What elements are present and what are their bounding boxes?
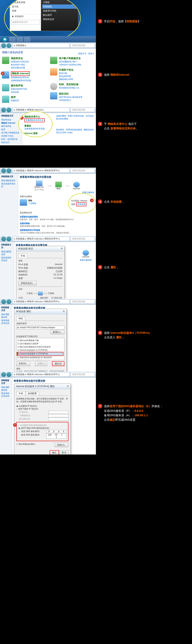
forward-button[interactable] xyxy=(6,108,11,112)
advanced-button[interactable]: 高级(V)... xyxy=(55,443,68,447)
link[interactable]: 管理浏览器加载项 xyxy=(66,128,82,131)
breadcrumb[interactable]: ▸ 控制面板 ▸ 网络和 Internet ▸ xyxy=(12,108,70,112)
search-input[interactable]: 搜索控制面板 xyxy=(71,237,95,241)
search-input[interactable]: 搜索控制面板 xyxy=(71,108,95,112)
sidebar-item[interactable]: 更改适配器设置 xyxy=(1,179,17,182)
list-item[interactable]: 链路层拓扑发现映射器 I/O 驱动程序 xyxy=(17,356,63,359)
close-icon[interactable]: ✕ xyxy=(63,310,65,313)
cp-item-programs[interactable]: 程序卸载程序 xyxy=(2,96,46,103)
protocol-list[interactable]: Microsoft 网络客户端 QoS 数据包计划程序 Microsoft 网络… xyxy=(16,338,64,360)
link-homegroup[interactable]: 家庭组 xyxy=(24,124,50,127)
list-item[interactable]: 链路层拓扑发现响应程序 xyxy=(17,359,63,360)
list-item[interactable]: Microsoft 网络的文件和打印机共享 xyxy=(17,346,63,348)
list-item[interactable]: QoS 数据包计划程序 xyxy=(17,342,63,346)
link[interactable]: 连接到网络 xyxy=(56,115,66,117)
search-input[interactable]: 搜索控制面板 xyxy=(71,372,95,376)
sidebar-item[interactable]: 更改高级共享设置 xyxy=(1,182,17,188)
menu-item[interactable]: 恢复桌面连接 xyxy=(11,0,40,4)
config-button[interactable]: 配置(C)... xyxy=(51,330,64,334)
radio-manual-dns[interactable]: 使用下面的 DNS 服务器地址(E): xyxy=(18,427,66,430)
close-icon[interactable]: ✕ xyxy=(67,385,69,388)
tab-general[interactable]: 常规 xyxy=(18,254,27,258)
search-input[interactable]: 搜索控制面板 xyxy=(71,43,95,48)
sidebar-item[interactable]: 系统和安全 xyxy=(1,118,21,122)
cp-item-users[interactable]: 用户帐户和家庭安全添加或删除用户帐户为所有用户设置家长控制 xyxy=(50,57,94,66)
search-input[interactable]: 搜索控制面板 xyxy=(71,300,95,304)
link-network-center[interactable]: 网络和共享中心 xyxy=(24,115,50,118)
tab-network[interactable]: 网络 xyxy=(16,316,25,321)
back-button[interactable] xyxy=(1,43,6,48)
cp-item-ease[interactable]: 轻松访问使用 Windows 建议的设置优化视觉显示 xyxy=(50,92,94,102)
taskbar-ie-icon[interactable] xyxy=(9,37,16,42)
breadcrumb[interactable]: ▸ 控制面板 ▸ 网络和 Internet ▸ 网络和共享中心 xyxy=(12,168,70,173)
radio-auto-dns[interactable]: 自动获得 DNS 服务器地址(B) xyxy=(18,424,66,427)
list-item[interactable]: Microsoft 网络客户端 xyxy=(17,339,63,342)
dns2-input[interactable]: 168 . 95 . 1 . 1 xyxy=(46,434,66,439)
close-icon[interactable]: ✕ xyxy=(61,247,63,250)
menu-item-control-panel[interactable]: 控制面板 1 xyxy=(42,4,77,9)
cp-item-network[interactable]: 2 网络和 Internet查看网络状态和任务选择家庭组和共享选项 xyxy=(2,71,46,82)
cp-item-system[interactable]: 系统和安全查看您的计算机状态备份您的计算机查找并解决问题 xyxy=(2,57,46,69)
menu-item[interactable]: 纸牌 xyxy=(11,9,40,13)
details-button[interactable]: 详细信息(E)... xyxy=(18,281,37,285)
back-button[interactable] xyxy=(1,236,6,241)
link-ie-options[interactable]: Internet 选项 xyxy=(24,132,50,135)
forward-button[interactable] xyxy=(6,236,11,241)
menu-item[interactable]: 放大机 xyxy=(11,4,40,9)
sidebar-item[interactable]: 硬件和声音 xyxy=(1,125,21,128)
cancel-button[interactable]: 取消 xyxy=(60,450,68,454)
ok-button[interactable]: 确定 xyxy=(50,450,59,454)
link-view-status[interactable]: 查看网络状态和任务 xyxy=(24,118,45,122)
sidebar-item[interactable]: 时钟、语言和区域 xyxy=(1,138,21,141)
search-input[interactable]: 搜索程序和文件 xyxy=(11,20,40,24)
dns1-input[interactable]: 8 . 8 . 8 . 8 xyxy=(46,430,66,433)
cp-item-hardware[interactable]: 硬件和声音查看设备和打印机添加设备 xyxy=(2,84,46,94)
taskbar-media-icon[interactable] xyxy=(24,37,30,42)
forward-button[interactable] xyxy=(6,299,11,304)
sidebar-item[interactable]: 轻松访问 xyxy=(1,141,21,144)
link[interactable]: 更改网页 xyxy=(56,128,64,131)
validate-checkbox[interactable]: ☐ 退出时验证设置(L) xyxy=(16,443,35,447)
gateway-input: . . . xyxy=(48,418,68,421)
list-item-ipv4[interactable]: 6 Internet 协议版本 4 (TCP/IPv4) xyxy=(17,352,63,356)
tab-general[interactable]: 常规 xyxy=(16,391,25,396)
radio-manual-ip[interactable]: 使用下面的 IP 地址(S): xyxy=(16,408,68,410)
radio-auto-ip[interactable]: 自动获得 IP 地址(O) xyxy=(16,405,68,408)
link-homegroup-options[interactable]: 选择家庭组和共享选项 xyxy=(24,127,50,130)
breadcrumb[interactable]: ▸ 控制面板 ▸ 网络和 Internet ▸ 网络和共享中心 xyxy=(12,237,70,241)
link[interactable]: 查看计算机和设备 xyxy=(68,115,84,117)
back-button[interactable] xyxy=(1,108,6,112)
install-button[interactable]: 安装(N)... xyxy=(16,362,30,366)
taskbar-explorer-icon[interactable] xyxy=(16,37,23,42)
sidebar-item[interactable]: 网络和 Internet xyxy=(1,122,21,125)
back-button[interactable] xyxy=(1,372,6,377)
menu-item[interactable]: 设备和打印机 xyxy=(42,9,77,13)
properties-button[interactable]: 属性(R) xyxy=(52,362,64,366)
num-badge: 7 xyxy=(98,404,102,408)
link[interactable]: 查看完整映射 xyxy=(80,259,92,262)
forward-button[interactable] xyxy=(6,168,11,173)
cp-item-appearance[interactable]: 外观和个性化更改主题更改桌面背景调整屏幕分辨率 xyxy=(50,68,94,81)
back-button[interactable] xyxy=(1,299,6,304)
link[interactable]: 选择家庭组和共享选项 xyxy=(20,229,94,232)
tab-alternate[interactable]: 备用配置 xyxy=(26,391,39,396)
menu-item[interactable]: 默认程序 xyxy=(42,13,77,17)
sidebar-item[interactable]: 用户帐户和家庭安全 xyxy=(1,131,21,134)
cp-item-clock[interactable]: 时钟、语言和区域更改键盘或其他输入法 xyxy=(50,83,94,90)
breadcrumb[interactable]: ▸ 控制面板 ▸ 网络和 Internet ▸ 网络和共享中心 xyxy=(12,372,70,376)
link-local-connection[interactable]: 本地连接 xyxy=(76,202,87,206)
link[interactable]: 连接到网络 xyxy=(20,222,94,225)
search-input[interactable]: 搜索控制面板 xyxy=(71,168,95,173)
back-button[interactable] xyxy=(1,168,6,173)
forward-button[interactable] xyxy=(6,372,11,377)
list-item[interactable]: Internet 协议版本 6 (TCP/IPv6) xyxy=(17,348,63,352)
forward-button[interactable] xyxy=(6,43,11,48)
start-button[interactable] xyxy=(1,36,8,42)
breadcrumb[interactable]: ▸ 控制面板 ▸ 网络和 Internet ▸ 网络和共享中心 xyxy=(12,300,70,304)
menu-item[interactable]: 帮助和支持 xyxy=(42,17,77,22)
menu-item-all-programs[interactable]: ▶ 所有程序 xyxy=(11,14,40,19)
sidebar-item[interactable]: 程序 xyxy=(1,128,21,131)
breadcrumb[interactable]: ▸ 控制面板 ▸ xyxy=(12,43,70,48)
sidebar-item[interactable]: 外观和个性化 xyxy=(1,134,21,138)
link[interactable]: 设置新的连接或网络 xyxy=(20,216,94,218)
